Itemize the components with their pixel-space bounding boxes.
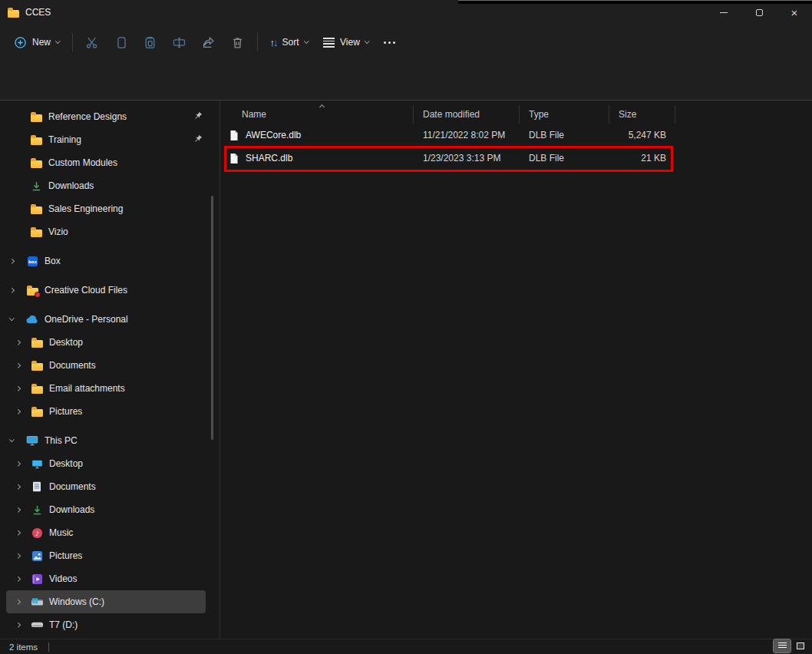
sidebar-item-creative-cloud-files[interactable]: Creative Cloud Files bbox=[0, 279, 220, 302]
file-explorer-window: CCES × New ↑↓ Sort View bbox=[0, 0, 812, 654]
sidebar-item-onedrive-personal[interactable]: OneDrive - Personal bbox=[0, 308, 220, 331]
sidebar-item-desktop[interactable]: Desktop bbox=[0, 452, 220, 475]
status-bar: 2 items bbox=[0, 639, 812, 654]
command-bar: New ↑↓ Sort View bbox=[0, 25, 812, 60]
sidebar-item-this-pc[interactable]: This PC bbox=[0, 429, 220, 452]
view-button[interactable]: View bbox=[315, 29, 376, 55]
scissors-icon bbox=[85, 36, 98, 49]
share-button[interactable] bbox=[194, 29, 223, 55]
details-view-toggle[interactable] bbox=[774, 639, 791, 652]
this-pc-icon bbox=[25, 434, 39, 447]
chevron-right-icon[interactable] bbox=[10, 289, 19, 292]
sidebar-item-windows-c[interactable]: Windows (C:) bbox=[6, 590, 206, 613]
sidebar-item-downloads-pc[interactable]: Downloads bbox=[0, 498, 220, 521]
paste-button[interactable] bbox=[136, 29, 165, 55]
chevron-right-icon[interactable] bbox=[16, 600, 25, 604]
see-more-button[interactable] bbox=[376, 29, 403, 55]
external-drive-icon bbox=[30, 619, 44, 631]
chevron-right-icon[interactable] bbox=[16, 364, 25, 368]
column-header-name[interactable]: Name bbox=[226, 105, 414, 124]
view-label: View bbox=[340, 37, 360, 48]
more-dots-icon bbox=[384, 41, 395, 44]
file-date-cell: 1/23/2023 3:13 PM bbox=[414, 147, 520, 170]
chevron-right-icon[interactable] bbox=[10, 259, 19, 263]
svg-text:box: box bbox=[28, 259, 37, 263]
sidebar-item-box[interactable]: box Box bbox=[0, 249, 220, 272]
sidebar-item-onedrive-desktop[interactable]: Desktop bbox=[0, 331, 220, 354]
videos-icon bbox=[30, 573, 44, 585]
chevron-right-icon[interactable] bbox=[16, 508, 25, 512]
items-count: 2 items bbox=[9, 642, 38, 652]
chevron-right-icon[interactable] bbox=[16, 485, 25, 489]
details-view-icon bbox=[778, 642, 787, 649]
sidebar-item-pictures[interactable]: Pictures bbox=[0, 544, 220, 567]
sidebar-item-label: This PC bbox=[45, 435, 78, 446]
folder-icon bbox=[30, 405, 44, 418]
sidebar-item-label: Pictures bbox=[49, 550, 82, 561]
copy-button[interactable] bbox=[107, 29, 136, 55]
window-tab: CCES bbox=[0, 7, 51, 18]
sidebar-item-documents[interactable]: Documents bbox=[0, 475, 220, 498]
chevron-down-icon[interactable] bbox=[10, 440, 19, 441]
cut-button[interactable] bbox=[78, 29, 107, 55]
file-row-sharc[interactable]: SHARC.dlb 1/23/2023 3:13 PM DLB File 21 … bbox=[226, 147, 812, 170]
chevron-right-icon[interactable] bbox=[16, 554, 25, 558]
sort-button[interactable]: ↑↓ Sort bbox=[262, 29, 316, 55]
column-header-date-modified[interactable]: Date modified bbox=[414, 105, 520, 124]
sidebar-item-custom-modules[interactable]: Custom Modules bbox=[0, 151, 220, 174]
sidebar-item-label: T7 (D:) bbox=[49, 619, 78, 630]
folder-icon bbox=[29, 226, 43, 238]
sidebar-item-onedrive-pictures[interactable]: Pictures bbox=[0, 400, 220, 423]
chevron-right-icon[interactable] bbox=[16, 623, 25, 627]
sidebar-item-videos[interactable]: Videos bbox=[0, 567, 220, 590]
sidebar-item-label: Training bbox=[48, 134, 81, 145]
chevron-right-icon[interactable] bbox=[16, 531, 25, 535]
chevron-down-icon[interactable] bbox=[10, 319, 19, 320]
toolbar-divider bbox=[257, 33, 258, 51]
chevron-down-icon bbox=[304, 38, 309, 43]
sidebar-item-label: Documents bbox=[49, 360, 96, 371]
new-label: New bbox=[32, 37, 51, 48]
documents-icon bbox=[30, 481, 44, 493]
navigation-pane: Reference Designs Training Custom Module… bbox=[0, 101, 220, 639]
sidebar-item-label: Documents bbox=[49, 481, 96, 492]
pictures-icon bbox=[30, 550, 44, 562]
pin-icon bbox=[194, 134, 203, 143]
sidebar-item-training[interactable]: Training bbox=[0, 128, 220, 151]
folder-icon bbox=[29, 111, 43, 123]
chevron-right-icon[interactable] bbox=[16, 462, 25, 466]
delete-button[interactable] bbox=[223, 29, 253, 55]
sidebar-item-label: Desktop bbox=[49, 337, 83, 348]
sidebar-item-onedrive-documents[interactable]: Documents bbox=[0, 354, 220, 377]
sidebar-scrollbar[interactable] bbox=[211, 196, 213, 440]
new-button[interactable]: New bbox=[6, 29, 68, 55]
rename-button[interactable] bbox=[165, 29, 194, 55]
chevron-right-icon[interactable] bbox=[16, 387, 25, 391]
column-header-size[interactable]: Size bbox=[609, 105, 675, 124]
sidebar-item-vizio[interactable]: Vizio bbox=[0, 220, 220, 243]
sidebar-item-reference-designs[interactable]: Reference Designs bbox=[0, 105, 220, 128]
sidebar-item-downloads[interactable]: Downloads bbox=[0, 174, 220, 197]
file-name-cell: AWECore.dlb bbox=[226, 124, 414, 147]
sidebar-item-label: Creative Cloud Files bbox=[45, 285, 127, 296]
sidebar-item-t7-d[interactable]: T7 (D:) bbox=[0, 613, 220, 636]
sidebar-item-label: Reference Designs bbox=[48, 111, 127, 122]
file-row-awecore[interactable]: AWECore.dlb 11/21/2022 8:02 PM DLB File … bbox=[226, 124, 812, 147]
music-icon: ♪ bbox=[30, 527, 44, 539]
chevron-right-icon[interactable] bbox=[16, 577, 25, 581]
sidebar-item-email-attachments[interactable]: Email attachments bbox=[0, 377, 220, 400]
sidebar-item-sales-engineering[interactable]: Sales Engineering bbox=[0, 197, 220, 220]
sidebar-item-label: Email attachments bbox=[49, 383, 125, 394]
windows-drive-icon bbox=[30, 596, 44, 608]
large-icons-view-toggle[interactable] bbox=[792, 639, 809, 652]
chevron-right-icon[interactable] bbox=[16, 410, 25, 414]
maximize-icon bbox=[756, 9, 763, 16]
sidebar-item-label: Downloads bbox=[49, 504, 94, 515]
copy-icon bbox=[114, 36, 127, 49]
chevron-right-icon[interactable] bbox=[16, 341, 25, 345]
view-lines-icon bbox=[323, 38, 335, 48]
sidebar-item-music[interactable]: ♪ Music bbox=[0, 521, 220, 544]
file-list-pane: Name Date modified Type Size AWECore.dlb… bbox=[220, 101, 812, 639]
column-header-type[interactable]: Type bbox=[520, 105, 609, 124]
svg-text:♪: ♪ bbox=[35, 530, 38, 537]
